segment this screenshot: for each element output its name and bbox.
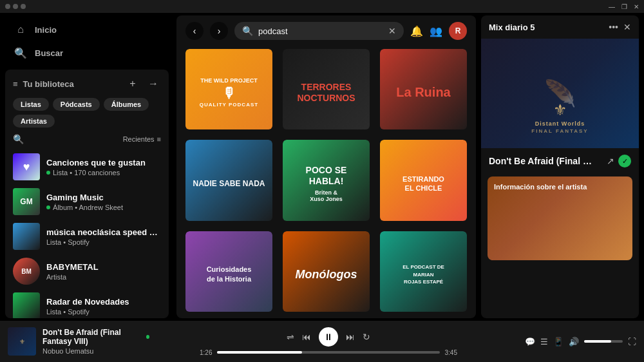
podcast-card-monologos[interactable]: Monólogos Monólogos <box>283 231 370 312</box>
library-item-name-liked: Canciones que te gustan <box>46 158 161 167</box>
track-actions: ↗ ✓ <box>607 155 631 167</box>
library-thumb-gaming: GM <box>13 188 40 215</box>
library-item-speed[interactable]: música neoclásica speed metal este marte… <box>5 219 169 254</box>
library-icon: ≡ <box>13 79 18 89</box>
avatar-button[interactable]: R <box>449 22 467 40</box>
library-thumb-babymetal: BM <box>13 258 40 285</box>
share-button[interactable]: ↗ <box>607 155 614 167</box>
library-actions: + → <box>125 76 161 91</box>
green-dot-gaming <box>46 205 50 209</box>
right-panel: Mix diario 5 ••• ✕ 🪶 ⚜ Distant Worlds FI… <box>481 15 639 318</box>
library-item-info-liked: Canciones que te gustan Lista • 170 canc… <box>46 158 161 176</box>
right-panel-more-button[interactable]: ••• <box>609 22 618 32</box>
sidebar-nav: ⌂ Inicio 🔍 Buscar <box>0 13 174 67</box>
filter-podcasts[interactable]: Pódcasts <box>53 98 100 111</box>
library-sort[interactable]: Recientes ≡ <box>123 135 161 143</box>
progress-bar[interactable] <box>217 351 439 354</box>
library-item-name-babymetal: BABYMETAL <box>46 262 161 272</box>
album-art-large: 🪶 ⚜ Distant Worlds FINAL FANTASY <box>481 39 639 148</box>
library-item-name-gaming: Gaming Music <box>46 193 161 202</box>
search-icon: 🔍 <box>14 46 27 59</box>
maximize-button[interactable]: ❐ <box>621 3 627 10</box>
player-controls: ⇌ ⏮ ⏸ ⏭ ↻ <box>287 327 370 347</box>
search-clear-button[interactable]: ✕ <box>388 26 396 36</box>
back-button[interactable]: ‹ <box>185 22 204 40</box>
shuffle-button[interactable]: ⇌ <box>287 332 294 342</box>
filter-albums[interactable]: Álbumes <box>104 98 149 111</box>
player-thumb: ⚜ <box>8 327 36 356</box>
title-bar-dots <box>5 4 26 9</box>
podcast-card-marian[interactable]: EL PODCAST DEMARIANROJAS ESTAPÉ El podca… <box>380 231 467 312</box>
player-track-name: Don't Be Afraid (Final Fantasy VIII) <box>43 328 149 346</box>
play-pause-button[interactable]: ⏸ <box>319 327 338 347</box>
library-item-radar[interactable]: Radar de Novedades Lista • Spotify <box>5 289 169 318</box>
filter-listas[interactable]: Listas <box>13 98 49 111</box>
artist-info-card[interactable]: Información sobre el artista <box>488 176 632 260</box>
library-header: ≡ Tu biblioteca + → <box>5 70 169 95</box>
repeat-button[interactable]: ↻ <box>363 332 370 342</box>
device-button[interactable]: 📱 <box>553 337 564 347</box>
close-button[interactable]: ✕ <box>634 3 639 10</box>
sidebar-item-buscar[interactable]: 🔍 Buscar <box>8 41 166 64</box>
logo-wings-icon: ⚜ <box>553 101 567 119</box>
podcast-grid: THE WILD PROJECT 🎙 QUALITY PODCAST The W… <box>176 46 476 318</box>
podcast-card-ruina[interactable]: La Ruina La Ruina La Ruina <box>380 49 467 129</box>
search-input[interactable] <box>258 26 383 36</box>
filter-artistas[interactable]: Artistas <box>13 115 55 128</box>
prev-button[interactable]: ⏮ <box>302 332 311 342</box>
progress-row: 1:26 3:45 <box>200 349 457 356</box>
podcast-card-estirando[interactable]: ESTIRANDOEL CHICLE Estirando el chicle P… <box>380 140 467 220</box>
content-area: ⌂ Inicio 🔍 Buscar ≡ Tu biblioteca + → <box>0 13 644 321</box>
volume-bar[interactable] <box>584 340 623 343</box>
library-add-button[interactable]: + <box>125 76 140 91</box>
time-total: 3:45 <box>445 349 457 356</box>
volume-button[interactable]: 🔊 <box>569 337 579 347</box>
artist-bg: Información sobre el artista <box>488 176 632 260</box>
library-item-liked[interactable]: ♥ Canciones que te gustan Lista • 170 ca… <box>5 149 169 184</box>
queue-button[interactable]: ☰ <box>540 337 548 347</box>
library-title: Tu biblioteca <box>23 79 74 89</box>
next-button[interactable]: ⏭ <box>346 332 355 342</box>
podcast-card-poco[interactable]: POCO SEHABLA! Briten &Xuso Jones Poco se… <box>283 140 370 220</box>
library-search-icon[interactable]: 🔍 <box>13 134 24 144</box>
library-item-info-gaming: Gaming Music Álbum • Andrew Skeet <box>46 193 161 211</box>
podcast-thumb-wild: THE WILD PROJECT 🎙 QUALITY PODCAST <box>185 49 272 129</box>
lyrics-button[interactable]: 💬 <box>525 337 535 347</box>
library-item-name-speed: música neoclásica speed metal este marte… <box>46 227 161 237</box>
forward-button[interactable]: › <box>210 22 228 40</box>
library-item-gaming[interactable]: GM Gaming Music Álbum • Andrew Skeet <box>5 184 169 219</box>
dot-1 <box>5 4 10 9</box>
right-panel-close-button[interactable]: ✕ <box>623 22 631 32</box>
right-panel-title: Mix diario 5 <box>489 23 535 32</box>
right-panel-controls: ••• ✕ <box>609 22 631 32</box>
filter-pills: Listas Pódcasts Álbumes Artistas <box>5 95 169 131</box>
right-panel-header: Mix diario 5 ••• ✕ <box>481 15 639 39</box>
fullscreen-button[interactable]: ⛶ <box>628 337 636 347</box>
whats-new-button[interactable]: 👥 <box>430 25 442 37</box>
home-icon: ⌂ <box>14 23 27 36</box>
library-section: ≡ Tu biblioteca + → Listas Pódcasts Álbu… <box>5 70 169 318</box>
podcast-card-wild[interactable]: THE WILD PROJECT 🎙 QUALITY PODCAST The W… <box>185 49 272 129</box>
notifications-button[interactable]: 🔔 <box>410 25 423 37</box>
sidebar-item-inicio[interactable]: ⌂ Inicio <box>8 18 166 41</box>
volume-fill <box>584 340 611 343</box>
dot-3 <box>21 4 26 9</box>
playing-dot <box>146 335 149 339</box>
library-item-meta-liked: Lista • 170 canciones <box>46 169 161 176</box>
library-sort-label: Recientes <box>123 135 155 143</box>
library-item-meta-speed: Lista • Spotify <box>46 238 161 246</box>
player-track: ⚜ Don't Be Afraid (Final Fantasy VIII) N… <box>8 327 149 356</box>
player-track-info: Don't Be Afraid (Final Fantasy VIII) Nob… <box>43 328 149 355</box>
main-header: ‹ › 🔍 ✕ 🔔 👥 R <box>176 15 476 46</box>
library-item-babymetal[interactable]: BM BABYMETAL Artista <box>5 254 169 289</box>
library-thumb-radar <box>13 292 40 318</box>
search-bar: 🔍 ✕ <box>234 22 404 40</box>
podcast-card-curiosidades[interactable]: Curiosidadesde la Historia Curiosidades … <box>185 231 272 312</box>
podcast-card-terrores[interactable]: TERRORESNOCTURNOS Terrores Nocturnos Ter… <box>283 49 370 129</box>
library-expand-button[interactable]: → <box>146 76 161 91</box>
podcast-thumb-nadie: NADIE SABE NADA <box>185 140 272 220</box>
podcast-card-nadie[interactable]: NADIE SABE NADA Nadie Sabe Nada SER Podc… <box>185 140 272 220</box>
library-thumb-liked: ♥ <box>13 153 40 180</box>
minimize-button[interactable]: — <box>609 3 615 10</box>
progress-fill <box>217 351 301 354</box>
